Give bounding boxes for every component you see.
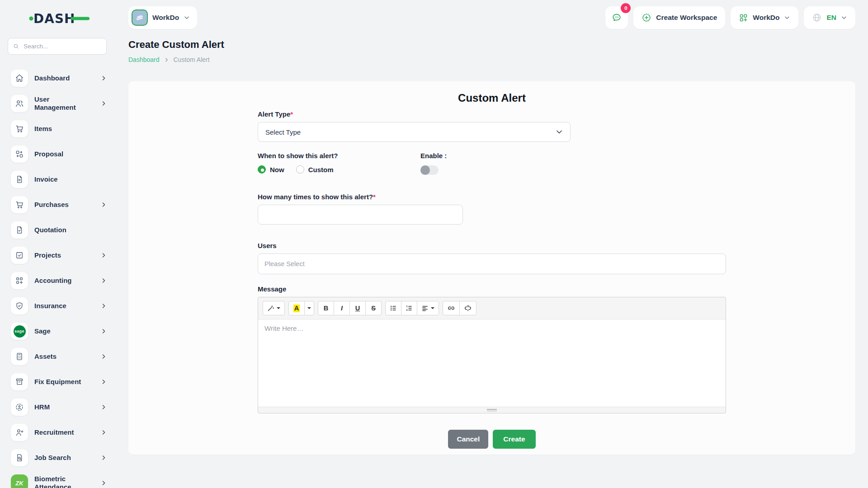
unordered-list-button[interactable] — [385, 301, 401, 315]
link-icon — [447, 304, 455, 312]
create-button[interactable]: Create — [493, 430, 535, 449]
chevron-down-icon — [184, 14, 190, 21]
sidebar-item-purchases[interactable]: Purchases — [11, 196, 108, 214]
radio-custom-label: Custom — [308, 166, 334, 174]
radio-now-label: Now — [270, 166, 284, 174]
font-color-button[interactable]: A — [288, 301, 305, 315]
main-area: WorkDo 0 Create Workspace — [128, 0, 868, 455]
sidebar-item-dashboard[interactable]: Dashboard — [11, 69, 108, 87]
user-plus-icon — [11, 424, 28, 441]
check-square-icon — [11, 247, 28, 264]
sidebar-item-recruitment[interactable]: Recruitment — [11, 423, 108, 441]
alert-type-select[interactable]: Select Type — [258, 122, 571, 142]
custom-alert-card: Custom Alert Alert Type* Select Type Whe… — [128, 81, 855, 455]
times-label: How many times to show this alert?* — [258, 193, 376, 201]
alert-type-label: Alert Type* — [258, 110, 293, 118]
users-icon — [11, 95, 28, 112]
bold-icon: B — [324, 305, 328, 312]
unlink-button[interactable] — [459, 301, 476, 315]
font-color-icon: A — [293, 305, 300, 312]
svg-text:1: 1 — [406, 305, 408, 308]
sidebar-item-hrm[interactable]: HRM — [11, 398, 108, 416]
top-bar: WorkDo 0 Create Workspace — [128, 6, 855, 29]
cart-icon — [11, 120, 28, 137]
when-label: When to show this alert? — [258, 152, 338, 160]
sidebar-item-biometric-attendance[interactable]: ZK Biometric Attendance — [11, 474, 108, 488]
sidebar-item-accounting[interactable]: Accounting — [11, 272, 108, 290]
dropdown-caret-icon — [277, 307, 280, 309]
breadcrumb-dashboard-link[interactable]: Dashboard — [128, 56, 160, 63]
chevron-right-icon — [101, 354, 107, 360]
sidebar-item-job-search[interactable]: Job Search — [11, 449, 108, 467]
search-input[interactable] — [23, 42, 101, 50]
ordered-list-icon: 1 2 — [406, 305, 413, 312]
workspace-selector[interactable]: WorkDo — [128, 6, 197, 29]
language-selector[interactable]: EN — [804, 6, 855, 29]
radio-option-now[interactable]: Now — [258, 165, 284, 174]
sidebar-item-items[interactable]: Items — [11, 120, 108, 138]
sidebar-item-fix-equipment[interactable]: Fix Equipment — [11, 373, 108, 391]
sidebar-item-label: Insurance — [34, 302, 66, 310]
when-radio-group: Now Custom — [258, 165, 420, 174]
sidebar-item-projects[interactable]: Projects — [11, 246, 108, 264]
magic-style-button[interactable] — [263, 301, 285, 315]
chevron-right-icon — [101, 404, 107, 410]
sidebar-item-user-management[interactable]: User Management — [11, 94, 108, 113]
messages-button[interactable]: 0 — [605, 6, 628, 29]
insert-link-button[interactable] — [443, 301, 460, 315]
grid-plus-icon — [11, 272, 28, 289]
radio-option-custom[interactable]: Custom — [296, 165, 334, 174]
times-input[interactable] — [258, 205, 463, 225]
sidebar-item-label: Biometric Attendance — [34, 475, 92, 488]
create-workspace-button[interactable]: Create Workspace — [633, 6, 725, 29]
calculator-icon — [11, 348, 28, 365]
users-select-input[interactable] — [258, 253, 726, 274]
message-editor-area[interactable]: Write Here… — [258, 319, 726, 407]
italic-button[interactable]: I — [334, 301, 350, 315]
breadcrumb-current: Custom Alert — [174, 56, 210, 63]
archive-box-icon — [11, 373, 28, 390]
sage-logo-text: sage — [14, 329, 24, 333]
svg-text:2: 2 — [406, 309, 408, 311]
chevron-right-icon — [101, 253, 107, 258]
sidebar-item-label: Job Search — [34, 454, 71, 462]
sidebar-item-invoice[interactable]: Invoice — [11, 170, 108, 188]
workdo-menu-button[interactable]: WorkDo — [731, 6, 798, 29]
sidebar-item-insurance[interactable]: Insurance — [11, 297, 108, 315]
sidebar-item-sage[interactable]: sage Sage — [11, 322, 108, 340]
link-group — [443, 301, 476, 315]
chevron-right-icon — [101, 75, 107, 81]
sidebar-item-quotation[interactable]: Quotation — [11, 221, 108, 239]
paragraph-align-icon — [421, 305, 429, 312]
dropdown-caret-icon — [307, 307, 311, 309]
times-field: How many times to show this alert?* — [258, 193, 726, 225]
enable-toggle[interactable] — [420, 165, 439, 175]
sidebar-item-assets[interactable]: Assets — [11, 347, 108, 366]
font-color-group: A — [288, 301, 314, 315]
breadcrumb: Dashboard Custom Alert — [128, 56, 855, 63]
paragraph-align-button[interactable] — [417, 301, 439, 315]
radio-now-selected-icon[interactable] — [258, 165, 266, 174]
person-focus-icon — [11, 399, 28, 416]
app-logo[interactable]: DASH — [29, 10, 128, 26]
strikethrough-button[interactable]: S — [365, 301, 382, 315]
sidebar: DASH Dashboard User Management — [0, 0, 128, 488]
font-color-dropdown-button[interactable] — [304, 301, 314, 315]
underline-button[interactable]: U — [349, 301, 366, 315]
chevron-down-icon — [784, 14, 790, 21]
cancel-button[interactable]: Cancel — [448, 430, 488, 449]
ordered-list-button[interactable]: 1 2 — [401, 301, 417, 315]
bold-button[interactable]: B — [318, 301, 334, 315]
form-actions: Cancel Create — [258, 430, 726, 449]
chevron-right-icon — [101, 328, 107, 334]
sidebar-item-proposal[interactable]: Proposal — [11, 145, 108, 163]
radio-custom-icon[interactable] — [296, 165, 304, 174]
sidebar-item-label: Recruitment — [34, 428, 74, 436]
editor-resize-bar[interactable] — [258, 407, 726, 413]
dropdown-caret-icon — [431, 307, 434, 309]
sidebar-item-label: Dashboard — [34, 74, 70, 82]
sidebar-item-label: Accounting — [34, 277, 72, 285]
when-enable-row: When to show this alert? Now Custom Enab — [258, 152, 726, 175]
editor-toolbar: A B I U S — [258, 297, 726, 319]
plus-circle-icon — [642, 13, 651, 23]
